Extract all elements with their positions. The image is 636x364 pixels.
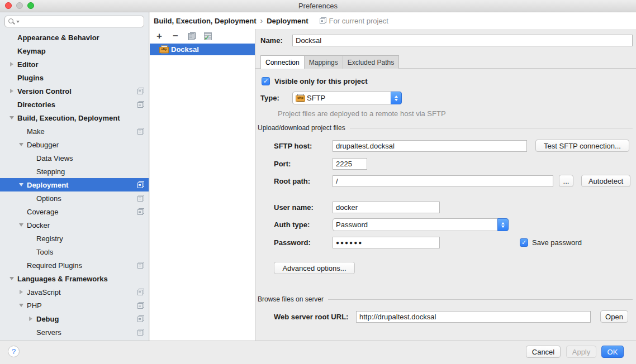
sidebar-item-coverage[interactable]: Coverage [0,205,149,218]
expand-arrow-icon[interactable] [10,89,13,93]
collapse-arrow-icon[interactable] [19,143,23,146]
web-root-input[interactable]: http://drupaltest.docksal [356,311,591,323]
password-input[interactable]: ●●●●●● [333,237,440,248]
root-path-input[interactable]: / [333,175,553,187]
per-project-icon [137,128,144,135]
ok-button[interactable]: OK [601,346,624,358]
copy-server-button[interactable] [187,32,196,41]
help-button[interactable]: ? [8,346,20,357]
browse-section-header: Browse files on server [258,295,633,303]
dialog-footer: ? Cancel Apply OK [0,341,636,364]
collapse-arrow-icon[interactable] [10,116,14,119]
sidebar-item-required-plugins[interactable]: Required Plugins [0,258,149,272]
type-help-text: Project files are deployed to a remote h… [278,109,446,118]
sidebar-item-label: Appearance & Behavior [17,33,99,42]
sidebar-item-javascript[interactable]: JavaScript [0,285,149,299]
sidebar-item-debug[interactable]: Debug [0,312,149,325]
breadcrumb-current: Deployment [267,17,308,25]
sidebar-item-options[interactable]: Options [0,191,149,205]
sidebar-item-appearance-behavior[interactable]: Appearance & Behavior [0,31,149,44]
sidebar-item-docker[interactable]: Docker [0,218,149,232]
sidebar-item-editor[interactable]: Editor [0,58,149,71]
title-bar: Preferences [0,0,636,12]
sidebar-item-languages-frameworks[interactable]: Languages & Frameworks [0,272,149,285]
per-project-icon [137,302,144,309]
collapse-arrow-icon[interactable] [19,304,23,307]
user-name-input[interactable]: docker [333,202,440,213]
web-root-label: Web server root URL: [274,313,356,321]
type-select-stepper-icon[interactable] [391,92,402,104]
breadcrumb-parent[interactable]: Build, Execution, Deployment [154,17,256,25]
sidebar-item-directories[interactable]: Directories [0,98,149,111]
sidebar-item-label: Build, Execution, Deployment [17,114,120,122]
advanced-options-button[interactable]: Advanced options... [274,262,355,274]
auth-type-stepper-icon[interactable] [497,218,509,231]
collapse-arrow-icon[interactable] [19,183,23,186]
open-button[interactable]: Open [600,310,628,323]
use-as-default-button[interactable] [203,32,212,41]
settings-search-input[interactable] [4,16,144,27]
sftp-host-input[interactable]: drupaltest.docksal [333,140,527,152]
server-list-item-docksal[interactable]: Docksal [150,44,255,55]
tab-excluded-paths[interactable]: Excluded Paths [343,56,398,69]
user-name-label: User name: [274,203,333,212]
sidebar-item-label: Editor [17,60,39,69]
sftp-type-icon [296,94,305,102]
sidebar-item-label: Deployment [27,181,68,189]
auth-type-select[interactable]: Password [333,218,509,231]
sidebar-item-debugger[interactable]: Debugger [0,138,149,151]
server-name: Docksal [171,45,199,54]
sidebar-item-build-execution-deployment[interactable]: Build, Execution, Deployment [0,111,149,124]
expand-arrow-icon[interactable] [10,62,13,66]
tab-mappings[interactable]: Mappings [305,56,343,69]
save-password-checkbox[interactable]: ✓ [520,238,528,247]
sidebar-item-tools[interactable]: Tools [0,245,149,258]
scope-indicator: For current project [320,17,388,25]
close-window-button[interactable] [5,2,12,9]
sidebar-item-label: Stepping [36,167,65,176]
upload-section-header: Upload/download project files [258,124,633,132]
sidebar-item-label: Registry [36,234,63,243]
sftp-server-icon [159,45,168,54]
sidebar-item-php[interactable]: PHP [0,299,149,312]
cancel-button[interactable]: Cancel [526,346,561,358]
sidebar-item-deployment[interactable]: Deployment [0,178,149,191]
per-project-icon [137,208,144,215]
zoom-window-button[interactable] [27,2,34,9]
sidebar-item-stepping[interactable]: Stepping [0,165,149,178]
test-sftp-connection-button[interactable]: Test SFTP connection... [535,140,629,152]
sidebar-item-data-views[interactable]: Data Views [0,151,149,165]
search-options-chevron-icon[interactable] [16,21,20,23]
remove-server-button[interactable]: − [171,32,180,41]
collapse-arrow-icon[interactable] [10,277,14,280]
per-project-icon [137,195,144,202]
tab-bar: ConnectionMappingsExcluded Paths [255,55,636,69]
autodetect-button[interactable]: Autodetect [581,175,630,187]
expand-arrow-icon[interactable] [20,290,23,294]
browse-root-path-button[interactable]: ... [559,175,573,187]
port-input[interactable]: 2225 [333,158,367,170]
visible-only-checkbox[interactable]: ✓ [262,77,270,85]
settings-sidebar: Appearance & BehaviorKeymapEditorPlugins… [0,12,149,341]
collapse-arrow-icon[interactable] [19,223,23,227]
root-path-label: Root path: [274,177,333,185]
apply-button[interactable]: Apply [566,346,596,358]
breadcrumb-separator-icon: › [260,16,263,25]
tab-connection[interactable]: Connection [261,56,305,69]
type-select[interactable]: SFTP [292,92,402,104]
sidebar-item-make[interactable]: Make [0,124,149,138]
sidebar-item-version-control[interactable]: Version Control [0,84,149,98]
auth-type-label: Auth type: [274,221,333,229]
sidebar-item-label: Options [36,194,61,203]
add-server-button[interactable]: + [155,32,164,41]
expand-arrow-icon[interactable] [29,317,32,321]
sidebar-item-registry[interactable]: Registry [0,232,149,245]
sidebar-item-keymap[interactable]: Keymap [0,44,149,58]
sftp-host-label: SFTP host: [274,142,333,150]
sidebar-item-servers[interactable]: Servers [0,325,149,339]
settings-tree: Appearance & BehaviorKeymapEditorPlugins… [0,31,149,339]
per-project-icon [137,101,144,108]
sidebar-item-plugins[interactable]: Plugins [0,71,149,84]
breadcrumb: Build, Execution, Deployment › Deploymen… [150,12,636,29]
name-input[interactable]: Docksal [292,35,633,46]
